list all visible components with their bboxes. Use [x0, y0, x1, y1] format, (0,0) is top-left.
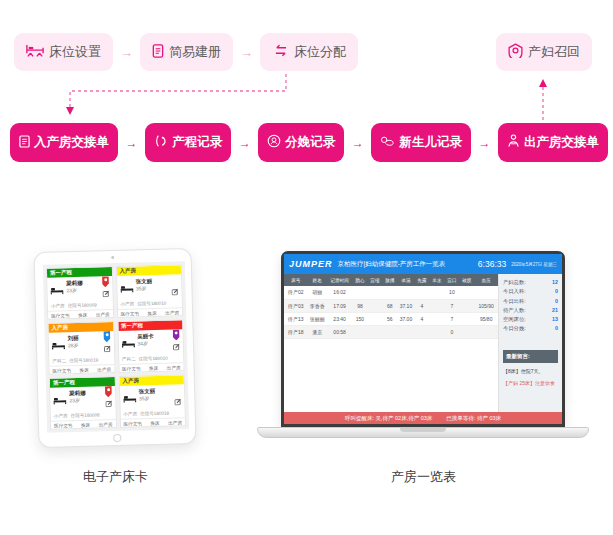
arrow-right-icon: →: [478, 136, 490, 150]
bed-icon: [50, 280, 63, 298]
bed-icon: [53, 390, 66, 408]
cell: 10: [444, 286, 459, 299]
ward-label: 小产房: [51, 303, 65, 308]
bed-icon: [52, 335, 65, 353]
simple-register-label: 简易建册: [169, 43, 221, 61]
leave-room-link[interactable]: 出产房: [167, 365, 181, 370]
ward-label: 小产房: [120, 301, 134, 306]
medical-docs-link[interactable]: 医疗文书: [53, 368, 71, 373]
cell: 105/90: [474, 299, 498, 312]
change-bed-link[interactable]: 换床: [81, 423, 90, 428]
patient-age: 23岁: [66, 287, 83, 294]
tablet-caption: 电子产床卡: [58, 468, 173, 486]
patient-age: 28岁: [68, 342, 79, 349]
delivery-record-icon: [267, 134, 281, 151]
cell: 待产02: [284, 286, 308, 299]
leave-room-link[interactable]: 出产房: [96, 312, 110, 317]
col-header: 先露: [414, 274, 429, 286]
handover-out-label: 出产房交接单: [524, 134, 599, 151]
arrow-right-icon: →: [240, 45, 253, 60]
labor-record-icon: [154, 134, 168, 151]
table-row: 待产18潘京00:580: [284, 325, 498, 338]
bed-card[interactable]: 第一产程 吴丽卡34岁 产科二住院号180020 医疗文书换床出产房: [117, 319, 185, 373]
swap-arrows-icon: [272, 44, 289, 60]
cell: 37.00: [397, 312, 414, 325]
medical-docs-link[interactable]: 医疗文书: [122, 366, 140, 371]
change-bed-link[interactable]: 换床: [79, 368, 88, 373]
bed-card[interactable]: 入产房 张文丽35岁 小产房住院号180010 医疗文书换床出产房: [115, 264, 183, 318]
labor-record-button[interactable]: 产程记录: [145, 123, 231, 162]
clock-time: 6:36:33: [478, 259, 506, 269]
leave-room-link[interactable]: 出产房: [99, 422, 113, 427]
bed-setup-button[interactable]: 床位设置: [14, 33, 113, 71]
handover-in-document-icon: [19, 135, 30, 151]
table-header-row: 床号 姓名 记录时间 胎心 宫缩 脉搏 体温 先露 羊水 宫口 破膜 血压: [284, 274, 498, 286]
alert-footer-bar: 呼叫提醒床: 吴,待产 02床,待产 03床 已接单等待: 待产 03床: [284, 412, 562, 424]
cell: [352, 286, 367, 299]
ward-label: 产科二: [122, 356, 136, 361]
table-row: 待产13张丽丽23:401505637.004795/80: [284, 312, 498, 325]
cell: [397, 286, 414, 299]
laptop-base-notch: [400, 428, 446, 432]
messages-header: 最新留言:: [503, 350, 558, 363]
cell: [414, 325, 429, 338]
simple-register-button[interactable]: 简易建册: [140, 33, 233, 71]
admission-no: 住院号180020: [139, 356, 168, 362]
cell: [367, 299, 382, 312]
table-row: 待产02胡丽16:0210: [284, 286, 498, 299]
medical-docs-link[interactable]: 医疗文书: [121, 311, 139, 316]
ward-label: 产科二: [52, 358, 66, 363]
patient-age: 35岁: [139, 395, 156, 402]
cell: [367, 286, 382, 299]
change-bed-link[interactable]: 换床: [149, 366, 158, 371]
bed-icon: [26, 44, 44, 60]
arrow-right-icon: →: [120, 45, 133, 60]
medical-docs-link[interactable]: 医疗文书: [51, 313, 69, 318]
bed-allocate-button[interactable]: 床位分配: [260, 33, 358, 71]
cell: [474, 286, 498, 299]
change-bed-link[interactable]: 换床: [78, 313, 87, 318]
cell: 4: [414, 312, 429, 325]
cell: [367, 312, 382, 325]
cell: [474, 325, 498, 338]
bed-card[interactable]: 第一产程 梁莉娜23岁 小产房住院号180009 医疗文书换床出产房: [46, 266, 114, 320]
admission-no: 住院号180018: [140, 411, 169, 417]
cell: 7: [444, 299, 459, 312]
handover-in-button[interactable]: 入产房交接单: [10, 123, 118, 162]
newborn-record-label: 新生儿记录: [399, 134, 462, 151]
edit-icon[interactable]: [174, 391, 181, 409]
cell: [459, 312, 474, 325]
handover-out-button[interactable]: 出产房交接单: [498, 123, 608, 162]
app-title: 京柏医疗|妇幼保健院-产房工作一览表: [338, 260, 446, 269]
medical-docs-link[interactable]: 医疗文书: [54, 423, 72, 428]
change-bed-link[interactable]: 换床: [150, 421, 159, 426]
cell: 4: [414, 299, 429, 312]
message-item: 【8床】住院7天。: [503, 367, 558, 375]
medical-docs-link[interactable]: 医疗文书: [123, 421, 141, 426]
admission-no: 住院号180008: [70, 412, 99, 418]
bed-card[interactable]: 入产房 张文丽35岁 小产房住院号180018 医疗文书换床出产房: [118, 374, 186, 428]
newborn-record-button[interactable]: 新生儿记录: [371, 123, 471, 162]
bed-card[interactable]: 第一产程 梁莉娜23岁 小产房住院号180008 医疗文书换床出产房: [49, 376, 117, 430]
leave-room-link[interactable]: 出产房: [168, 420, 182, 425]
tablet-home-button: [113, 434, 121, 442]
patient-board-table: 床号 姓名 记录时间 胎心 宫缩 脉搏 体温 先露 羊水 宫口 破膜 血压: [284, 274, 498, 412]
cell: [459, 286, 474, 299]
tablet-screen: 第一产程 梁莉娜23岁 小产房住院号180009 医疗文书换床出产房 入产房 张…: [43, 261, 189, 433]
cell: 37.10: [397, 299, 414, 312]
laptop-base: [257, 427, 589, 438]
edit-icon[interactable]: [171, 281, 178, 299]
col-header: 宫口: [444, 274, 459, 286]
leave-room-link[interactable]: 出产房: [97, 367, 111, 372]
bed-card[interactable]: 入产房 刘丽28岁 产科二住院号180019 医疗文书换床出产房: [47, 321, 115, 375]
maternal-recall-button[interactable]: 产妇召回: [496, 33, 592, 71]
arrow-right-icon: →: [126, 136, 138, 150]
handover-in-label: 入产房交接单: [34, 134, 109, 151]
leave-room-link[interactable]: 出产房: [165, 310, 179, 315]
change-bed-link[interactable]: 换床: [147, 311, 156, 316]
laptop-app-header: JUMPER 京柏医疗|妇幼保健院-产房工作一览表 6:36:33 2020年5…: [284, 254, 562, 274]
cell: [429, 325, 444, 338]
delivery-record-button[interactable]: 分娩记录: [258, 123, 344, 162]
cell: 68: [382, 299, 397, 312]
cell: 95/80: [474, 312, 498, 325]
